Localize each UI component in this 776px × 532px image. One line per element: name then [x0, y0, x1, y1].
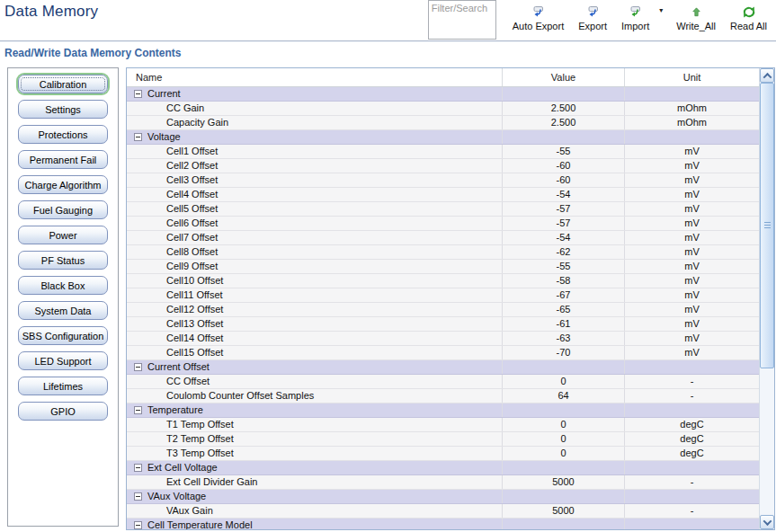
cell-value[interactable]: 0 [503, 418, 625, 431]
table-group-row[interactable]: Temperature [127, 403, 759, 418]
sidebar-item-pf-status[interactable]: PF Status [18, 251, 108, 270]
table-row[interactable]: CC Gain2.500mOhm [127, 102, 759, 116]
table-row[interactable]: T3 Temp Offset0degC [127, 447, 759, 461]
cell-value[interactable]: 64 [503, 389, 625, 403]
table-row[interactable]: Cell13 Offset-61mV [127, 317, 759, 332]
sidebar-item-protections[interactable]: Protections [18, 125, 108, 144]
cell-value[interactable]: -65 [503, 303, 625, 316]
table-row[interactable]: Cell9 Offset-55mV [127, 260, 759, 274]
collapse-minus-icon[interactable] [134, 464, 142, 472]
sidebar-item-settings[interactable]: Settings [18, 100, 108, 119]
table-row[interactable]: Cell10 Offset-58mV [127, 274, 759, 288]
table-row[interactable]: Cell8 Offset-62mV [127, 245, 759, 260]
dropdown-caret-icon[interactable]: ▾ [659, 6, 663, 14]
cell-value[interactable]: 5000 [503, 475, 625, 489]
table-row[interactable]: T1 Temp Offset0degC [127, 418, 759, 432]
table-header-row: Name Value Unit [127, 68, 774, 87]
table-row[interactable]: Coulomb Counter Offset Samples64- [127, 389, 759, 403]
table-row[interactable]: Cell4 Offset-54mV [127, 188, 759, 202]
sidebar-item-calibration[interactable]: Calibration [18, 75, 108, 93]
vertical-scrollbar[interactable] [759, 68, 774, 529]
cell-value[interactable]: -58 [503, 274, 625, 288]
sidebar-item-black-box[interactable]: Black Box [18, 276, 108, 295]
table-row[interactable]: T2 Temp Offset0degC [127, 432, 759, 447]
sidebar-item-led-support[interactable]: LED Support [18, 351, 108, 370]
table-row[interactable]: Cell2 Offset-60mV [127, 159, 759, 173]
table-group-row[interactable]: Ext Cell Voltage [127, 461, 759, 475]
table-row[interactable]: Cell7 Offset-54mV [127, 231, 759, 245]
cell-value[interactable]: -57 [503, 202, 625, 216]
table-row[interactable]: Cell15 Offset-70mV [127, 346, 759, 360]
collapse-minus-icon[interactable] [134, 406, 142, 414]
table-row[interactable]: Cell5 Offset-57mV [127, 202, 759, 217]
cell-value[interactable]: -60 [503, 173, 625, 187]
table-row[interactable]: Cell3 Offset-60mV [127, 173, 759, 188]
table-row[interactable]: CC Offset0- [127, 375, 759, 389]
chevron-up-icon [763, 72, 772, 81]
toolbar-button-read-all[interactable]: Read All [723, 0, 774, 33]
cell-value[interactable]: -57 [503, 217, 625, 230]
table-row[interactable]: Cell14 Offset-63mV [127, 332, 759, 346]
sidebar-item-system-data[interactable]: System Data [18, 301, 108, 320]
cell-value[interactable]: -55 [503, 260, 625, 273]
cell-value[interactable]: -61 [503, 317, 625, 331]
scrollbar-thumb[interactable] [760, 83, 774, 368]
cell-name: Cell14 Offset [127, 332, 503, 345]
row-name-label: VAux Voltage [147, 490, 206, 503]
sidebar-item-fuel-gauging[interactable]: Fuel Gauging [18, 200, 108, 219]
collapse-minus-icon[interactable] [134, 521, 142, 529]
collapse-minus-icon[interactable] [134, 363, 142, 371]
toolbar-button-auto-export[interactable]: Auto Export [505, 0, 571, 33]
toolbar-button-write-all[interactable]: Write_All [669, 0, 723, 33]
cell-value[interactable]: -70 [503, 346, 625, 359]
cell-value[interactable]: -67 [503, 288, 625, 302]
cell-value[interactable]: 0 [503, 447, 625, 460]
table-row[interactable]: Cell11 Offset-67mV [127, 288, 759, 303]
collapse-minus-icon[interactable] [134, 492, 142, 501]
table-row[interactable]: Cell6 Offset-57mV [127, 217, 759, 231]
table-row[interactable]: Cell1 Offset-55mV [127, 145, 759, 159]
sidebar-item-charge-algorithm[interactable]: Charge Algorithm [18, 175, 108, 194]
cell-value[interactable]: -62 [503, 245, 625, 259]
cell-value[interactable]: -63 [503, 332, 625, 345]
table-row[interactable]: Cell12 Offset-65mV [127, 303, 759, 317]
sidebar-item-sbs-configuration[interactable]: SBS Configuration [18, 326, 108, 345]
sidebar-item-lifetimes[interactable]: Lifetimes [18, 377, 108, 395]
cell-value[interactable]: -60 [503, 159, 625, 173]
table-group-row[interactable]: Current [127, 87, 759, 102]
cell-value[interactable]: 5000 [503, 504, 625, 518]
cell-name: T3 Temp Offset [127, 447, 503, 460]
cell-unit: mV [625, 145, 759, 158]
cell-unit [625, 403, 759, 417]
column-header-unit[interactable]: Unit [625, 68, 759, 86]
row-name-label: Cell9 Offset [166, 260, 218, 273]
scroll-down-button[interactable] [760, 515, 774, 529]
sidebar-item-gpio[interactable]: GPIO [18, 402, 108, 421]
cell-value[interactable]: -54 [503, 231, 625, 244]
cell-value[interactable]: -54 [503, 188, 625, 201]
table-group-row[interactable]: Cell Temperature Model [127, 519, 759, 530]
scroll-up-button[interactable] [760, 68, 774, 83]
cell-value[interactable]: 2.500 [503, 102, 625, 115]
toolbar-button-export[interactable]: Export [571, 0, 614, 33]
cell-value[interactable]: 2.500 [503, 116, 625, 129]
sidebar-item-permanent-fail[interactable]: Permanent Fail [18, 150, 108, 169]
cell-value[interactable]: 0 [503, 375, 625, 388]
collapse-minus-icon[interactable] [134, 133, 142, 141]
column-header-name[interactable]: Name [127, 68, 503, 86]
row-name-label: Coulomb Counter Offset Samples [166, 389, 314, 403]
cell-value[interactable]: 0 [503, 432, 625, 446]
table-row[interactable]: Capacity Gain2.500mOhm [127, 116, 759, 130]
table-row[interactable]: VAux Gain5000- [127, 504, 759, 519]
filter-search-input[interactable]: Filter/Search [428, 0, 496, 40]
table-group-row[interactable]: Voltage [127, 130, 759, 145]
collapse-minus-icon[interactable] [134, 90, 142, 98]
table-row[interactable]: Ext Cell Divider Gain5000- [127, 475, 759, 490]
table-group-row[interactable]: Current Offset [127, 360, 759, 375]
cell-unit: - [625, 375, 759, 388]
cell-value[interactable]: -55 [503, 145, 625, 158]
toolbar-button-import[interactable]: ▾Import [614, 0, 656, 33]
table-group-row[interactable]: VAux Voltage [127, 490, 759, 504]
sidebar-item-power[interactable]: Power [18, 226, 108, 244]
column-header-value[interactable]: Value [503, 68, 625, 86]
